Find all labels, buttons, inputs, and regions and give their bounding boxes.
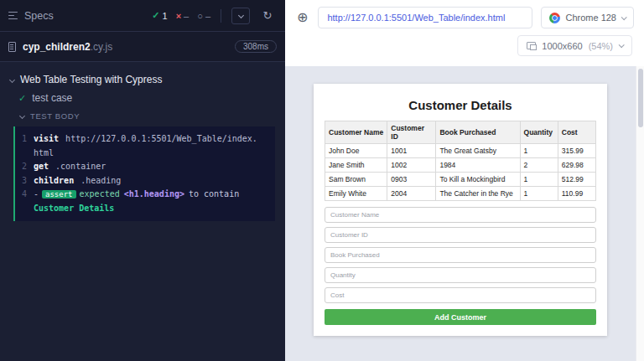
- viewport-icon: [527, 42, 536, 49]
- command-method: get: [34, 162, 49, 171]
- cell: The Great Gatsby: [436, 144, 520, 158]
- test-stats: ✓ 1 × – ○ – ↻: [152, 8, 277, 24]
- check-icon: ✓: [152, 10, 159, 21]
- command-method: children: [34, 176, 74, 185]
- table-row: John Doe 1001 The Great Gatsby 1 315.99: [325, 144, 596, 158]
- cell: 512.99: [558, 173, 595, 187]
- viewport-row: 1000x660 (54%): [295, 28, 634, 61]
- viewport-zoom-label: (54%): [589, 41, 613, 51]
- command-row-get[interactable]: 2 get.container: [18, 160, 270, 174]
- viewport-select-button[interactable]: 1000x660 (54%): [517, 35, 632, 56]
- app-viewport: Customer Details Customer Name Customer …: [285, 66, 636, 361]
- cost-field[interactable]: [325, 287, 596, 303]
- scrollbar-thumb[interactable]: [638, 69, 643, 127]
- col-cost: Cost: [558, 121, 595, 144]
- col-customer-name: Customer Name: [325, 121, 387, 144]
- divider: [221, 9, 221, 23]
- url-row: ⊕ Chrome 128: [295, 7, 634, 28]
- command-content: get.container: [34, 160, 270, 174]
- chevron-down-icon: [621, 14, 627, 20]
- col-customer-id: Customer ID: [387, 121, 436, 144]
- table-header-row: Customer Name Customer ID Book Purchased…: [325, 121, 596, 144]
- passed-count: 1: [163, 11, 168, 21]
- command-content: -assertexpected<h1.heading>to containCus…: [34, 188, 270, 215]
- add-customer-button[interactable]: Add Customer: [325, 309, 596, 325]
- selector-playground-button[interactable]: ⊕: [295, 9, 309, 26]
- command-number: 2: [18, 160, 34, 174]
- chevron-down-icon: [619, 42, 625, 48]
- command-row-children[interactable]: 3 children.heading: [18, 174, 270, 188]
- command-args: .heading: [80, 176, 121, 185]
- chrome-icon: [549, 13, 560, 23]
- customer-id-field[interactable]: [325, 227, 596, 243]
- quantity-field[interactable]: [325, 267, 596, 283]
- chevron-down-icon: [9, 76, 15, 82]
- cypress-reporter-panel: Specs ✓ 1 × – ○ – ↻ cyp_children2.cy.js …: [0, 0, 285, 361]
- command-args: http://127.0.0.1:5501/Web_Table/index.ht…: [34, 134, 257, 157]
- customer-name-field[interactable]: [325, 207, 596, 223]
- assert-subject: <h1.heading>: [124, 189, 184, 199]
- suite-row[interactable]: Web Table Testing with Cypress: [7, 70, 278, 89]
- preferences-dropdown-button[interactable]: [231, 8, 250, 24]
- cell: To Kill a Mockingbird: [436, 173, 520, 187]
- url-input[interactable]: [318, 7, 532, 28]
- collapse-specs-icon[interactable]: [8, 12, 18, 20]
- reload-tests-button[interactable]: ↻: [258, 8, 277, 24]
- assert-value: Customer Details: [34, 204, 114, 213]
- customer-details-card: Customer Details Customer Name Customer …: [314, 84, 607, 336]
- cell: The Catcher in the Rye: [436, 187, 520, 201]
- browser-toolbar: ⊕ Chrome 128 1000x660 (54%): [285, 0, 644, 66]
- assert-expected: expected: [80, 189, 120, 199]
- spec-file-name: cyp_children2.cy.js: [23, 41, 112, 53]
- test-body-row[interactable]: TEST BODY: [7, 107, 278, 125]
- chevron-down-icon: [19, 113, 25, 119]
- table-row: Emily White 2004 The Catcher in the Rye …: [325, 187, 596, 201]
- cell: 110.99: [558, 187, 595, 201]
- customer-table: Customer Name Customer ID Book Purchased…: [325, 121, 596, 201]
- specs-title: Specs: [24, 10, 54, 22]
- cell: Emily White: [325, 187, 387, 201]
- stat-passed: ✓ 1: [152, 10, 167, 21]
- crosshair-icon: ⊕: [297, 10, 308, 24]
- cell: 629.98: [558, 158, 595, 173]
- viewport-size-label: 1000x660: [542, 41, 582, 51]
- test-row[interactable]: ✓ test case: [7, 89, 278, 107]
- assert-badge: assert: [42, 190, 76, 199]
- cell: 1: [520, 144, 558, 158]
- cell: 1: [520, 187, 558, 201]
- command-number: 4: [18, 188, 34, 215]
- failed-count: –: [184, 11, 189, 21]
- browser-select-button[interactable]: Chrome 128: [541, 7, 634, 28]
- page-title: Customer Details: [325, 98, 596, 112]
- command-content: visithttp://127.0.0.1:5501/Web_Table/ind…: [34, 132, 270, 160]
- check-icon: ✓: [18, 93, 26, 104]
- spec-file-icon: [8, 42, 16, 52]
- command-row-visit[interactable]: 1 visithttp://127.0.0.1:5501/Web_Table/i…: [18, 132, 270, 160]
- cell: 1984: [436, 158, 520, 173]
- cell: 2004: [387, 187, 436, 201]
- command-row-assert[interactable]: 4 -assertexpected<h1.heading>to containC…: [18, 188, 270, 215]
- cell: 1001: [387, 144, 436, 158]
- cell: 1002: [387, 158, 436, 173]
- book-purchased-field[interactable]: [325, 247, 596, 263]
- spec-file-row[interactable]: cyp_children2.cy.js 308ms: [0, 32, 285, 62]
- scrollbar[interactable]: [636, 66, 644, 361]
- cell: 0903: [387, 173, 436, 187]
- cell: 2: [520, 158, 558, 173]
- table-row: Jane Smith 1002 1984 2 629.98: [325, 158, 596, 173]
- test-body-label: TEST BODY: [30, 111, 80, 121]
- stage-wrap: Customer Details Customer Name Customer …: [285, 66, 644, 361]
- suite-title: Web Table Testing with Cypress: [20, 74, 162, 85]
- cell: Jane Smith: [325, 158, 387, 173]
- aut-panel: ⊕ Chrome 128 1000x660 (54%) Customer Det…: [285, 0, 644, 361]
- pending-count: –: [205, 11, 210, 21]
- spec-name-text: cyp_children2: [23, 41, 91, 53]
- stat-failed: × –: [176, 11, 190, 21]
- cell: John Doe: [325, 144, 387, 158]
- command-number: 1: [18, 132, 34, 160]
- col-book-purchased: Book Purchased: [436, 121, 520, 144]
- test-name: test case: [32, 92, 72, 104]
- command-list: 1 visithttp://127.0.0.1:5501/Web_Table/i…: [13, 126, 275, 221]
- specs-header: Specs ✓ 1 × – ○ – ↻: [0, 0, 285, 32]
- command-number: 3: [18, 174, 34, 188]
